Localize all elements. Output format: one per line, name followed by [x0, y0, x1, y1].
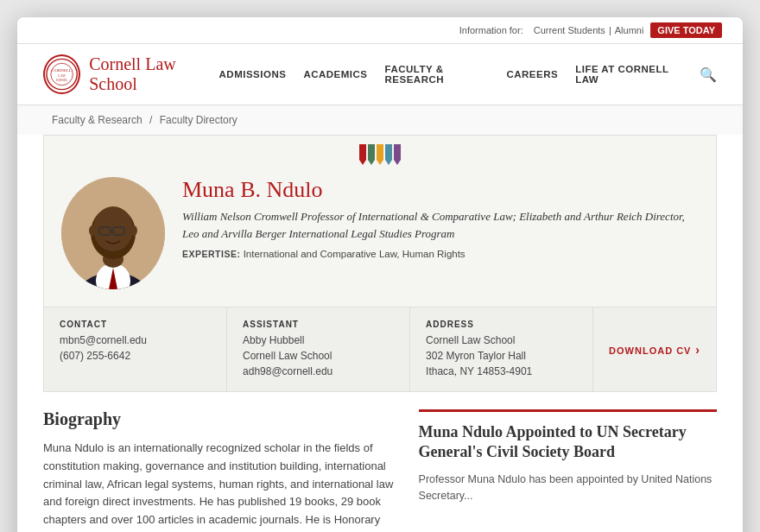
- svg-point-17: [130, 225, 137, 236]
- contact-phone: (607) 255-6642: [60, 350, 130, 362]
- profile-name: Muna B. Ndulo: [182, 177, 699, 203]
- address-line2: 302 Myron Taylor Hall: [426, 350, 526, 362]
- bookmark-3: [377, 144, 383, 165]
- bookmark-1: [359, 144, 366, 165]
- svg-text:CORNELL: CORNELL: [52, 68, 72, 73]
- current-students-link[interactable]: Current Students: [534, 25, 605, 35]
- download-cv-link[interactable]: DOWNLOAD CV: [609, 343, 700, 357]
- address-value: Cornell Law School 302 Myron Taylor Hall…: [426, 332, 577, 379]
- main-nav: ADMISSIONS ACADEMICS FACULTY & RESEARCH …: [219, 64, 717, 85]
- school-seal: CORNELL LAW SCHOOL: [43, 54, 80, 94]
- bookmark: [359, 144, 401, 165]
- alumni-link[interactable]: Alumni: [615, 25, 644, 35]
- download-cv-col: DOWNLOAD CV: [593, 307, 716, 391]
- assistant-label: ASSISTANT: [243, 320, 394, 329]
- svg-point-16: [89, 225, 96, 236]
- address-line1: Cornell Law School: [426, 334, 515, 346]
- expertise-value: International and Comparative Law, Human…: [244, 249, 466, 259]
- expertise-label: EXPERTISE:: [182, 249, 240, 259]
- nav-life[interactable]: LIFE AT CORNELL LAW: [575, 64, 679, 85]
- site-header: CORNELL LAW SCHOOL Cornell Law School AD…: [17, 44, 743, 105]
- nav-faculty-research[interactable]: FACULTY & RESEARCH: [385, 64, 490, 85]
- bookmark-5: [394, 144, 401, 165]
- school-name: Cornell Law School: [89, 54, 218, 94]
- assistant-school: Cornell Law School: [243, 350, 332, 362]
- bio-title: Biography: [43, 409, 402, 429]
- assistant-name: Abby Hubbell: [243, 334, 304, 346]
- breadcrumb-separator: /: [149, 114, 152, 126]
- news-sidebar: Muna Ndulo Appointed to UN Secretary Gen…: [419, 409, 717, 532]
- breadcrumb-faculty-research[interactable]: Faculty & Research: [52, 114, 142, 126]
- breadcrumb: Faculty & Research / Faculty Directory: [17, 105, 743, 135]
- nav-admissions[interactable]: ADMISSIONS: [219, 69, 287, 79]
- expertise-line: EXPERTISE: International and Comparative…: [182, 249, 699, 259]
- address-label: ADDRESS: [426, 320, 577, 329]
- assistant-value: Abby Hubbell Cornell Law School adh98@co…: [243, 332, 394, 379]
- bookmark-4: [385, 144, 392, 165]
- give-today-button[interactable]: GIVE TODAY: [650, 22, 722, 38]
- nav-careers[interactable]: CAREERS: [506, 69, 558, 79]
- assistant-email-link[interactable]: adh98@cornell.edu: [243, 365, 332, 377]
- address-col: ADDRESS Cornell Law School 302 Myron Tay…: [410, 307, 593, 391]
- profile-card: Muna B. Ndulo William Nelson Cromwell Pr…: [43, 135, 717, 392]
- bookmark-strip: [44, 136, 716, 168]
- address-line3: Ithaca, NY 14853-4901: [426, 365, 532, 377]
- contact-strip: CONTACT mbn5@cornell.edu (607) 255-6642 …: [44, 307, 716, 391]
- news-title: Muna Ndulo Appointed to UN Secretary Gen…: [419, 422, 717, 463]
- bio-section: Biography Muna Ndulo is an international…: [43, 409, 402, 532]
- bio-text: Muna Ndulo is an internationally recogni…: [43, 440, 402, 532]
- logo-area: CORNELL LAW SCHOOL Cornell Law School: [43, 54, 219, 94]
- svg-text:LAW: LAW: [58, 74, 66, 78]
- profile-info: Muna B. Ndulo William Nelson Cromwell Pr…: [182, 177, 699, 289]
- profile-title: William Nelson Cromwell Professor of Int…: [182, 208, 699, 242]
- info-for-label: Information for:: [459, 25, 523, 35]
- news-text: Professor Muna Ndulo has been appointed …: [419, 472, 717, 504]
- profile-main: Muna B. Ndulo William Nelson Cromwell Pr…: [44, 168, 716, 307]
- assistant-col: ASSISTANT Abby Hubbell Cornell Law Schoo…: [227, 307, 410, 391]
- contact-email-link[interactable]: mbn5@cornell.edu: [60, 334, 147, 346]
- profile-photo: [61, 177, 165, 289]
- search-icon[interactable]: 🔍: [700, 66, 717, 83]
- svg-text:SCHOOL: SCHOOL: [56, 79, 68, 82]
- contact-email: mbn5@cornell.edu (607) 255-6642: [60, 332, 211, 364]
- contact-label: CONTACT: [60, 320, 211, 329]
- contact-col: CONTACT mbn5@cornell.edu (607) 255-6642: [44, 307, 227, 391]
- nav-academics[interactable]: ACADEMICS: [303, 69, 367, 79]
- bookmark-2: [368, 144, 375, 165]
- breadcrumb-faculty-directory[interactable]: Faculty Directory: [160, 114, 238, 126]
- top-bar: Information for: Current Students | Alum…: [17, 17, 743, 44]
- browser-frame: Information for: Current Students | Alum…: [17, 17, 743, 532]
- content-area: Biography Muna Ndulo is an international…: [43, 409, 717, 532]
